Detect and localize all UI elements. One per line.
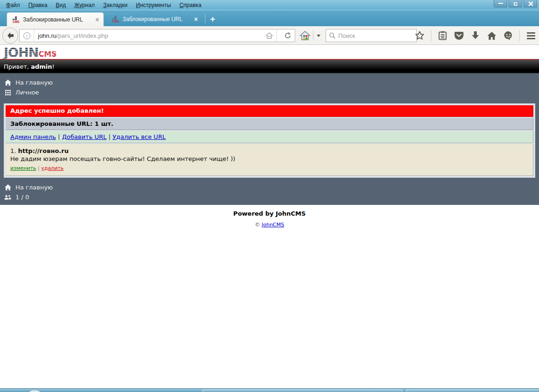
counter-label: 1 / 0 bbox=[15, 194, 29, 201]
urlbar-divider bbox=[277, 29, 277, 42]
back-button[interactable] bbox=[2, 28, 18, 44]
menu-help[interactable]: Справка bbox=[175, 0, 205, 10]
toolbar-divider bbox=[313, 30, 313, 41]
main-section: На главную Личное Адрес успешно добавлен… bbox=[0, 73, 539, 205]
browser-menubar: Файл Правка Вид Журнал Закладки Инструме… bbox=[0, 0, 539, 10]
search-input[interactable] bbox=[338, 32, 421, 39]
page-content: JOHNCMS Привет, admin! На главную Личное… bbox=[0, 45, 539, 228]
new-tab-button[interactable]: + bbox=[207, 15, 220, 26]
nav-label: На главную bbox=[15, 184, 53, 191]
grid-icon bbox=[4, 90, 11, 95]
entry-title: 1. http://говно.ru bbox=[10, 147, 528, 155]
homepage-colored-icon[interactable] bbox=[299, 30, 311, 41]
minimize-icon bbox=[498, 3, 503, 4]
nav-label: Личное bbox=[15, 89, 39, 96]
admin-panel-link[interactable]: Админ панель bbox=[10, 133, 56, 140]
admin-links-bar: Админ панель | Добавить URL | Удалить вс… bbox=[6, 131, 533, 143]
tab-close-icon[interactable]: × bbox=[194, 16, 198, 22]
edit-link[interactable]: изменить bbox=[10, 165, 36, 171]
entry-url: http://говно.ru bbox=[18, 147, 69, 154]
tab-blocked-urls-active[interactable]: CMS Заблокированные URL × bbox=[7, 12, 104, 26]
pocket-icon[interactable] bbox=[454, 30, 464, 41]
url-host: john.ru bbox=[38, 32, 57, 39]
menu-file[interactable]: Файл bbox=[2, 0, 24, 10]
menu-hamburger-icon[interactable] bbox=[526, 30, 536, 41]
copyright-symbol: © bbox=[255, 222, 260, 228]
search-bar bbox=[326, 29, 417, 42]
minimize-button[interactable] bbox=[494, 0, 507, 7]
footer-home-link[interactable]: На главную bbox=[0, 182, 539, 192]
tab-title: Заблокированные URL bbox=[123, 16, 191, 22]
downloads-icon[interactable] bbox=[470, 30, 481, 41]
close-icon bbox=[528, 1, 533, 6]
delete-link[interactable]: удалить bbox=[41, 165, 64, 171]
back-arrow-icon bbox=[6, 32, 15, 39]
logo-cms-text: CMS bbox=[38, 49, 57, 59]
homepage-dropdown[interactable] bbox=[313, 30, 320, 41]
taskbar-button[interactable] bbox=[202, 390, 402, 392]
tab-divider bbox=[205, 14, 205, 23]
online-counter[interactable]: 1 / 0 bbox=[0, 192, 539, 202]
greeting-bar: Привет, admin! bbox=[0, 60, 539, 73]
svg-text:CMS: CMS bbox=[13, 20, 20, 23]
johncms-favicon: CMS bbox=[112, 15, 119, 23]
copyright-line: © JohnCMS bbox=[0, 222, 539, 228]
nav-personal-link[interactable]: Личное bbox=[0, 87, 539, 97]
toolbar-icons bbox=[415, 26, 538, 45]
nav-home-link[interactable]: На главную bbox=[0, 78, 539, 87]
reload-icon[interactable] bbox=[284, 32, 291, 39]
entry-description: Не дадим юзерам посещать говно-сайты! Сд… bbox=[10, 155, 528, 163]
url-text: john.ru/pars_url/index.php bbox=[38, 32, 265, 39]
johncms-logo: JOHNCMS bbox=[4, 46, 57, 59]
search-icon bbox=[329, 32, 335, 39]
toolbar-divider bbox=[519, 30, 520, 41]
window-controls bbox=[494, 0, 537, 7]
tab-strip: CMS Заблокированные URL × CMS Заблокиров… bbox=[0, 10, 539, 26]
powered-by-text: Powered by JohnCMS bbox=[0, 205, 539, 217]
menu-tools[interactable]: Инструменты bbox=[132, 0, 175, 10]
list-header: Заблокированные URL: 1 шт. bbox=[6, 118, 533, 130]
tab-close-icon[interactable]: × bbox=[95, 16, 99, 23]
home-icon bbox=[4, 80, 11, 86]
logo-john-text: JOHN bbox=[4, 47, 38, 59]
taskbar-button[interactable] bbox=[406, 390, 539, 392]
svg-text:CMS: CMS bbox=[112, 20, 119, 23]
blocked-url-entry: 1. http://говно.ru Не дадим юзерам посещ… bbox=[6, 144, 533, 176]
menu-view[interactable]: Вид bbox=[51, 0, 70, 10]
close-button[interactable] bbox=[524, 0, 537, 7]
chevron-down-icon bbox=[317, 35, 320, 37]
hello-chat-icon[interactable] bbox=[503, 30, 513, 41]
add-url-link[interactable]: Добавить URL bbox=[62, 133, 106, 140]
windows-taskbar bbox=[0, 388, 539, 392]
tab-blocked-urls-inactive[interactable]: CMS Заблокированные URL × bbox=[107, 12, 202, 26]
urlbar-divider bbox=[34, 29, 34, 42]
blocked-urls-panel: Адрес успешно добавлен! Заблокированные … bbox=[4, 103, 535, 178]
home-icon bbox=[4, 184, 11, 190]
start-button[interactable] bbox=[25, 390, 44, 392]
url-bar[interactable]: i john.ru/pars_url/index.php bbox=[19, 29, 295, 42]
users-icon bbox=[4, 195, 11, 200]
navigation-toolbar: i john.ru/pars_url/index.php bbox=[0, 26, 539, 45]
toolbar-divider bbox=[431, 30, 431, 41]
browser-titlebar: Файл Правка Вид Журнал Закладки Инструме… bbox=[0, 0, 539, 10]
home-icon[interactable] bbox=[487, 30, 497, 41]
entry-number: 1. bbox=[10, 147, 16, 154]
delete-all-urls-link[interactable]: Удалить все URL bbox=[112, 133, 166, 140]
johncms-favicon: CMS bbox=[12, 16, 20, 23]
reader-home-icon[interactable] bbox=[265, 32, 273, 39]
menu-history[interactable]: Журнал bbox=[70, 0, 99, 10]
restore-button[interactable] bbox=[509, 0, 522, 7]
success-alert: Адрес успешно добавлен! bbox=[6, 105, 533, 117]
menu-edit[interactable]: Правка bbox=[24, 0, 52, 10]
nav-label: На главную bbox=[15, 79, 53, 86]
bookmark-star-icon[interactable] bbox=[415, 30, 425, 41]
site-header: JOHNCMS bbox=[0, 45, 539, 60]
johncms-link[interactable]: JohnCMS bbox=[262, 222, 284, 228]
entry-actions: изменить | удалить bbox=[10, 164, 528, 172]
bookmarks-panel-icon[interactable] bbox=[437, 30, 448, 41]
site-info-icon[interactable]: i bbox=[23, 32, 30, 39]
restore-icon bbox=[514, 2, 517, 6]
tab-title: Заблокированные URL bbox=[23, 16, 92, 23]
page-footer: Powered by JohnCMS © JohnCMS bbox=[0, 205, 539, 228]
menu-bookmarks[interactable]: Закладки bbox=[99, 0, 132, 10]
